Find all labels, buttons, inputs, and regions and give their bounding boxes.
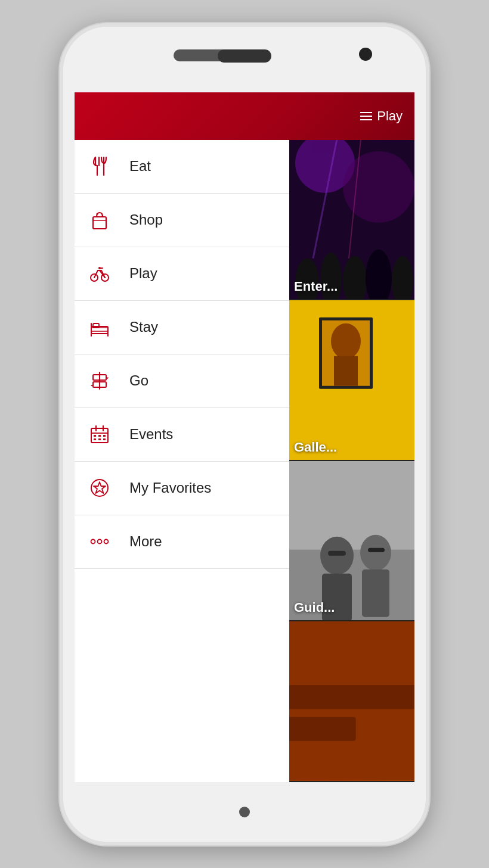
side-panel-label-gallery: Galle... xyxy=(294,440,337,455)
svg-rect-53 xyxy=(334,356,358,386)
phone-bottom-hardware xyxy=(63,782,426,842)
nav-item-events[interactable]: Events xyxy=(75,408,289,462)
sign-icon xyxy=(86,369,113,392)
side-panel-item-gallery[interactable]: Galle... xyxy=(289,300,414,461)
bicycle-icon xyxy=(86,262,113,285)
dots-icon xyxy=(86,530,113,553)
utensils-icon xyxy=(86,155,113,178)
star-icon xyxy=(86,477,113,499)
side-panel-label-entertain: Enter... xyxy=(294,279,338,294)
calendar-icon xyxy=(86,423,113,446)
bed-icon xyxy=(86,316,113,338)
nav-label-stay: Stay xyxy=(129,319,158,335)
svg-rect-59 xyxy=(328,550,346,555)
nav-item-more[interactable]: More xyxy=(75,515,289,569)
front-camera xyxy=(359,48,372,61)
svg-point-52 xyxy=(331,323,361,359)
svg-rect-4 xyxy=(93,217,106,229)
side-panel-item-entertain[interactable]: Enter... xyxy=(289,140,414,301)
phone-top-hardware xyxy=(63,27,426,92)
nav-label-my-favorites: My Favorites xyxy=(129,480,211,496)
nav-item-shop[interactable]: Shop xyxy=(75,194,289,247)
svg-rect-28 xyxy=(98,435,101,437)
svg-point-6 xyxy=(97,213,98,215)
svg-rect-55 xyxy=(289,461,414,550)
nav-menu: Eat Shop xyxy=(75,140,289,782)
volume-up-button[interactable] xyxy=(426,217,429,253)
app-content: Eat Shop xyxy=(75,140,414,782)
nav-label-events: Events xyxy=(129,426,173,443)
svg-rect-64 xyxy=(289,685,414,709)
volume-down-button[interactable] xyxy=(426,265,429,301)
svg-point-36 xyxy=(98,540,102,544)
svg-point-11 xyxy=(98,267,101,269)
nav-label-go: Go xyxy=(129,372,148,389)
header-menu-button[interactable]: Play xyxy=(360,108,403,124)
svg-rect-13 xyxy=(91,328,108,331)
svg-rect-62 xyxy=(368,547,385,552)
svg-rect-61 xyxy=(362,569,389,617)
svg-point-37 xyxy=(104,540,109,544)
svg-rect-29 xyxy=(103,435,106,437)
nav-item-stay[interactable]: Stay xyxy=(75,301,289,354)
shopping-bag-icon xyxy=(86,209,113,231)
svg-rect-30 xyxy=(94,438,96,440)
nav-item-play[interactable]: Play xyxy=(75,247,289,301)
nav-item-go[interactable]: Go xyxy=(75,354,289,408)
header-title: Play xyxy=(377,108,403,124)
side-panel-item-guide[interactable]: Guid... xyxy=(289,461,414,622)
svg-point-60 xyxy=(360,534,391,570)
side-panel-label-guide: Guid... xyxy=(294,600,335,615)
phone-device: Play xyxy=(60,23,429,845)
nav-label-more: More xyxy=(129,533,162,550)
phone-screen: Play xyxy=(75,92,414,782)
nav-label-eat: Eat xyxy=(129,158,151,175)
app-header: Play xyxy=(75,92,414,140)
home-button[interactable] xyxy=(239,807,250,817)
nav-item-eat[interactable]: Eat xyxy=(75,140,289,194)
side-panel-item-extra[interactable] xyxy=(289,621,414,782)
svg-rect-32 xyxy=(103,438,106,440)
svg-rect-31 xyxy=(98,438,101,440)
nav-item-my-favorites[interactable]: My Favorites xyxy=(75,462,289,515)
phone-speaker xyxy=(218,49,271,63)
side-panel: Enter... Galle... xyxy=(289,140,414,782)
hamburger-icon xyxy=(360,112,372,120)
svg-point-35 xyxy=(91,540,95,544)
svg-rect-27 xyxy=(94,435,96,437)
nav-label-shop: Shop xyxy=(129,211,163,228)
nav-label-play: Play xyxy=(129,265,157,282)
svg-rect-65 xyxy=(289,717,356,741)
svg-marker-34 xyxy=(94,482,106,493)
